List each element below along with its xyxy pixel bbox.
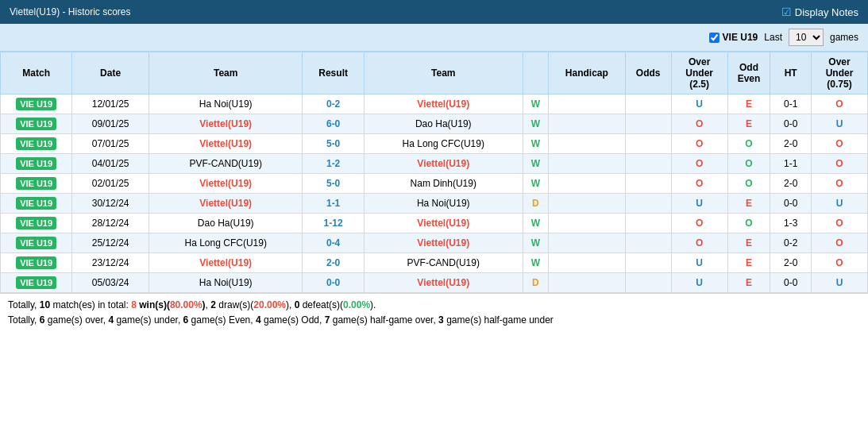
cell-ht: 1-3 bbox=[770, 214, 812, 233]
cell-wdl: D bbox=[523, 273, 548, 293]
cell-handicap bbox=[548, 174, 625, 194]
table-container: Match Date Team Result Team Handicap Odd… bbox=[0, 52, 868, 293]
cell-ou25: O bbox=[671, 154, 727, 174]
summary-bar: Totally, 10 match(es) in total: 8 win(s)… bbox=[0, 293, 868, 332]
cell-ou25: U bbox=[671, 194, 727, 214]
cell-team1: Viettel(U19) bbox=[149, 114, 302, 134]
cell-ou075: O bbox=[811, 214, 867, 233]
cell-odds bbox=[625, 114, 671, 134]
cell-odds bbox=[625, 174, 671, 194]
cell-team1: Dao Ha(U19) bbox=[149, 214, 302, 233]
scores-table: Match Date Team Result Team Handicap Odd… bbox=[0, 52, 868, 293]
cell-ht: 1-1 bbox=[770, 154, 812, 174]
cell-match: VIE U19 bbox=[1, 273, 72, 293]
cell-wdl: W bbox=[523, 253, 548, 273]
table-row: VIE U1905/03/24Ha Noi(U19)0-0Viettel(U19… bbox=[1, 273, 868, 293]
cell-ht: 0-2 bbox=[770, 233, 812, 253]
cell-match: VIE U19 bbox=[1, 94, 72, 114]
cell-ou075: O bbox=[811, 154, 867, 174]
cell-handicap bbox=[548, 94, 625, 114]
cell-wdl: W bbox=[523, 214, 548, 233]
cell-ou075: O bbox=[811, 253, 867, 273]
cell-odds bbox=[625, 134, 671, 154]
cell-ht: 0-0 bbox=[770, 114, 812, 134]
cell-result: 6-0 bbox=[303, 114, 364, 134]
cell-ou25: O bbox=[671, 134, 727, 154]
cell-date: 28/12/24 bbox=[72, 214, 149, 233]
table-row: VIE U1912/01/25Ha Noi(U19)0-2Viettel(U19… bbox=[1, 94, 868, 114]
cell-oe: E bbox=[727, 273, 770, 293]
cell-match: VIE U19 bbox=[1, 154, 72, 174]
cell-oe: O bbox=[727, 214, 770, 233]
cell-match: VIE U19 bbox=[1, 114, 72, 134]
cell-result: 1-2 bbox=[303, 154, 364, 174]
cell-result: 5-0 bbox=[303, 134, 364, 154]
cell-ht: 2-0 bbox=[770, 253, 812, 273]
cell-ou25: O bbox=[671, 114, 727, 134]
cell-team2: Dao Ha(U19) bbox=[364, 114, 523, 134]
cell-result: 0-0 bbox=[303, 273, 364, 293]
cell-team2: Ha Noi(U19) bbox=[364, 194, 523, 214]
col-team1: Team bbox=[149, 52, 302, 94]
cell-match: VIE U19 bbox=[1, 174, 72, 194]
cell-ht: 2-0 bbox=[770, 174, 812, 194]
cell-team2: Viettel(U19) bbox=[364, 154, 523, 174]
cell-match: VIE U19 bbox=[1, 134, 72, 154]
cell-wdl: W bbox=[523, 94, 548, 114]
cell-oe: O bbox=[727, 174, 770, 194]
games-select[interactable]: 5 10 15 20 25 bbox=[789, 29, 824, 46]
cell-ou075: O bbox=[811, 94, 867, 114]
cell-oe: E bbox=[727, 233, 770, 253]
header-title: Viettel(U19) - Historic scores bbox=[10, 6, 130, 17]
cell-wdl: D bbox=[523, 194, 548, 214]
cell-odds bbox=[625, 273, 671, 293]
cell-date: 09/01/25 bbox=[72, 114, 149, 134]
table-row: VIE U1902/01/25Viettel(U19)5-0Nam Dinh(U… bbox=[1, 174, 868, 194]
summary-line1: Totally, 10 match(es) in total: 8 win(s)… bbox=[8, 298, 860, 313]
cell-ou075: U bbox=[811, 114, 867, 134]
cell-ht: 0-1 bbox=[770, 94, 812, 114]
filter-checkbox-label: VIE U19 bbox=[709, 32, 758, 43]
filter-checkbox[interactable] bbox=[709, 33, 719, 43]
cell-result: 1-1 bbox=[303, 194, 364, 214]
cell-date: 30/12/24 bbox=[72, 194, 149, 214]
cell-team1: Ha Long CFC(U19) bbox=[149, 233, 302, 253]
cell-date: 05/03/24 bbox=[72, 273, 149, 293]
cell-handicap bbox=[548, 154, 625, 174]
cell-wdl: W bbox=[523, 134, 548, 154]
cell-team1: Viettel(U19) bbox=[149, 253, 302, 273]
cell-team2: Ha Long CFC(U19) bbox=[364, 134, 523, 154]
cell-ou25: U bbox=[671, 253, 727, 273]
cell-ht: 0-0 bbox=[770, 273, 812, 293]
cell-odds bbox=[625, 94, 671, 114]
cell-odds bbox=[625, 154, 671, 174]
cell-date: 02/01/25 bbox=[72, 174, 149, 194]
cell-odds bbox=[625, 233, 671, 253]
cell-ou25: O bbox=[671, 233, 727, 253]
cell-match: VIE U19 bbox=[1, 233, 72, 253]
header: Viettel(U19) - Historic scores ☑ Display… bbox=[0, 0, 868, 24]
cell-ou25: O bbox=[671, 174, 727, 194]
cell-team1: Viettel(U19) bbox=[149, 174, 302, 194]
cell-wdl: W bbox=[523, 114, 548, 134]
cell-wdl: W bbox=[523, 233, 548, 253]
summary-line2: Totally, 6 game(s) over, 4 game(s) under… bbox=[8, 313, 860, 328]
cell-date: 04/01/25 bbox=[72, 154, 149, 174]
games-label: games bbox=[830, 32, 858, 43]
last-label: Last bbox=[764, 32, 782, 43]
cell-odds bbox=[625, 214, 671, 233]
cell-handicap bbox=[548, 253, 625, 273]
cell-handicap bbox=[548, 194, 625, 214]
cell-wdl: W bbox=[523, 174, 548, 194]
cell-ou25: O bbox=[671, 214, 727, 233]
cell-result: 0-2 bbox=[303, 94, 364, 114]
cell-team2: Nam Dinh(U19) bbox=[364, 174, 523, 194]
cell-date: 25/12/24 bbox=[72, 233, 149, 253]
table-row: VIE U1909/01/25Viettel(U19)6-0Dao Ha(U19… bbox=[1, 114, 868, 134]
display-notes-checkbox[interactable]: ☑ bbox=[781, 6, 792, 18]
cell-oe: E bbox=[727, 114, 770, 134]
filter-bar: VIE U19 Last 5 10 15 20 25 games bbox=[0, 24, 868, 52]
header-right: ☑ Display Notes bbox=[781, 6, 858, 18]
cell-ou075: U bbox=[811, 273, 867, 293]
cell-ou075: O bbox=[811, 174, 867, 194]
